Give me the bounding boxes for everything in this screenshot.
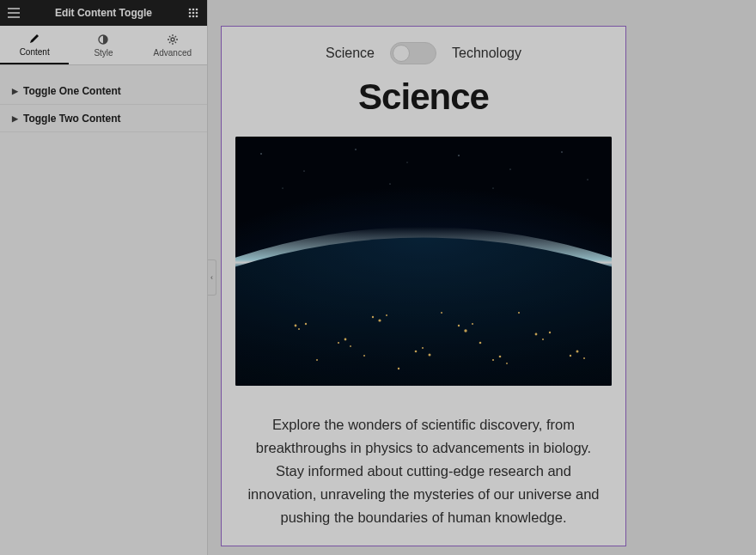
tab-label: Advanced [154,48,192,58]
toggle-switch[interactable] [390,42,436,64]
svg-point-45 [576,351,579,353]
app-root: Edit Content Toggle Content S [0,0,756,555]
svg-point-33 [422,347,424,349]
svg-point-23 [295,325,297,327]
svg-point-25 [305,323,307,325]
svg-point-32 [415,351,418,353]
tab-label: Style [94,48,113,58]
collapse-sidebar-button[interactable]: ‹ [208,259,216,296]
content-paragraph: Explore the wonders of scientific discov… [246,413,601,528]
svg-point-7 [192,15,195,18]
tab-advanced[interactable]: Advanced [138,26,207,64]
apps-icon[interactable] [186,6,200,20]
content-heading: Science [230,76,617,118]
content-toggle-widget[interactable]: Science Technology Science [221,26,626,546]
gear-icon [167,34,179,46]
svg-point-39 [499,356,502,358]
toggle-label-right[interactable]: Technology [452,46,521,61]
svg-point-51 [363,355,365,357]
svg-point-2 [196,9,198,11]
editor-sidebar: Edit Content Toggle Content S [0,0,208,555]
svg-point-8 [196,15,198,18]
svg-point-30 [378,319,381,321]
svg-point-35 [458,325,460,326]
accordion-toggle-one[interactable]: ▶ Toggle One Content [0,77,207,105]
svg-point-18 [561,151,562,152]
pencil-icon [28,33,40,45]
preview-canvas: ‹ Science Technology Science [208,0,756,555]
chevron-left-icon: ‹ [210,273,213,282]
svg-point-52 [479,342,482,345]
svg-point-6 [189,15,192,18]
svg-point-38 [492,359,494,361]
globe-icon [235,137,612,386]
svg-point-36 [464,329,466,332]
svg-point-48 [398,368,399,369]
svg-point-49 [441,312,442,314]
caret-right-icon: ▶ [12,87,18,95]
hero-image [235,137,612,386]
svg-point-13 [303,170,304,171]
svg-point-12 [260,153,262,155]
svg-point-44 [570,355,571,357]
svg-point-43 [549,332,551,333]
svg-point-31 [386,314,387,316]
svg-point-21 [389,183,390,184]
toggle-row: Science Technology [230,42,617,64]
tab-label: Content [20,47,50,57]
sidebar-header: Edit Content Toggle [0,0,207,26]
svg-point-28 [350,345,351,347]
caret-right-icon: ▶ [12,114,18,123]
svg-point-16 [458,155,460,156]
svg-point-47 [316,359,318,361]
tab-style[interactable]: Style [69,26,137,64]
svg-point-20 [283,188,284,189]
sidebar-tabs: Content Style Advanced [0,26,207,65]
svg-point-29 [372,316,374,318]
svg-point-41 [535,333,538,336]
toggle-knob [393,45,410,62]
accordion-label: Toggle Two Content [23,113,121,125]
contrast-icon [97,34,109,46]
svg-point-46 [583,357,585,359]
accordion-toggle-two[interactable]: ▶ Toggle Two Content [0,105,207,132]
tab-content[interactable]: Content [0,26,69,64]
svg-point-5 [196,12,198,15]
svg-point-14 [355,149,356,149]
svg-point-17 [509,168,510,169]
accordion-label: Toggle One Content [23,85,121,97]
svg-point-27 [344,338,347,341]
svg-point-26 [338,342,339,344]
svg-point-19 [587,179,588,180]
svg-point-22 [493,188,494,189]
svg-point-3 [189,12,192,15]
sidebar-body: ▶ Toggle One Content ▶ Toggle Two Conten… [0,65,207,555]
sidebar-title: Edit Content Toggle [21,7,186,19]
svg-point-0 [189,9,192,11]
svg-point-50 [518,312,520,314]
toggle-label-left[interactable]: Science [326,46,375,61]
svg-point-37 [472,323,473,325]
svg-point-10 [171,38,174,41]
svg-point-34 [429,354,431,357]
svg-point-24 [298,328,300,330]
svg-point-1 [192,9,195,11]
svg-point-40 [506,363,508,364]
svg-point-15 [407,162,408,163]
svg-point-4 [192,12,195,15]
menu-icon[interactable] [7,6,21,20]
svg-point-42 [542,338,544,340]
